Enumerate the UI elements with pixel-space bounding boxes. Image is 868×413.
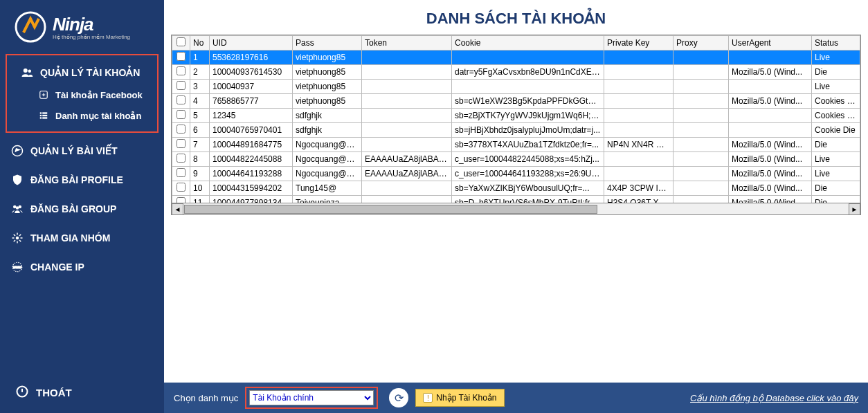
nav-fb-accounts[interactable]: Tài khoản Facebook	[10, 84, 154, 105]
cell-pass: Tung145@	[293, 181, 362, 196]
cell-proxy	[673, 196, 729, 204]
row-checkbox[interactable]	[172, 152, 190, 167]
table-row[interactable]: 7100044891684775Ngocquang@9199sb=3778XT4…	[172, 138, 860, 152]
row-checkbox[interactable]	[172, 65, 190, 80]
accounts-table: No UID Pass Token Cookie Private Key Pro…	[172, 35, 860, 203]
row-checkbox[interactable]	[172, 196, 190, 204]
cell-proxy	[673, 181, 729, 196]
row-checkbox[interactable]	[172, 167, 190, 181]
table-row[interactable]: 3100040937vietphuong85Live	[172, 80, 860, 94]
cell-proxy	[673, 65, 729, 80]
cell-pass: vietphuong85	[293, 80, 362, 94]
cell-no: 3	[190, 80, 210, 94]
cell-status: Die	[812, 138, 860, 152]
power-icon	[15, 385, 29, 401]
cell-status: Cookies Die	[812, 109, 860, 123]
nav-categories[interactable]: Danh mục tài khoản	[10, 105, 154, 126]
cell-ua: Mozilla/5.0 (Wind...	[729, 138, 812, 152]
category-select[interactable]: Tài Khoản chính	[249, 390, 374, 405]
cell-pass: sdfghjk	[293, 109, 362, 123]
row-checkbox[interactable]	[172, 109, 190, 123]
cell-token: EAAAAUaZA8jlABAEzt...	[362, 167, 452, 181]
cell-status: Cookie Die	[812, 123, 860, 138]
table-row[interactable]: 10100044315994202Tung145@sb=YaXwXZIKBjY6…	[172, 181, 860, 196]
horizontal-scrollbar[interactable]: ◄ ►	[171, 203, 861, 215]
cell-pkey: NP4N XN4R CY...	[604, 138, 673, 152]
cell-cookie: c_user=100044641193288;xs=26:9Ue...	[452, 167, 604, 181]
nav-exit[interactable]: THOÁT	[0, 372, 164, 413]
config-db-link[interactable]: Cấu hình đồng bộ Database click vào đây	[690, 393, 858, 403]
cell-no: 9	[190, 167, 210, 181]
table-row[interactable]: 11100044977898134Toiyeuninzasb=D_b6XTUpr…	[172, 196, 860, 204]
header-proxy[interactable]: Proxy	[673, 36, 729, 51]
plus-icon	[37, 89, 50, 101]
header-ua[interactable]: UserAgent	[729, 36, 812, 51]
list-icon	[37, 109, 50, 122]
nav-accounts[interactable]: QUẢN LÝ TÀI KHOẢN	[10, 61, 154, 84]
nav-group[interactable]: ĐĂNG BÀI GROUP	[0, 197, 164, 221]
cell-pkey	[604, 51, 673, 65]
cell-ua	[729, 123, 812, 138]
cell-pass: Toiyeuninza	[293, 196, 362, 204]
import-accounts-button[interactable]: ! Nhập Tài Khoản	[415, 389, 504, 407]
svg-text:www: www	[12, 265, 22, 269]
table-row[interactable]: 6100040765970401sdfghjksb=jHBjXbhdz0jsal…	[172, 123, 860, 138]
cell-cookie: sb=3778XT4XAUuZba1TZfdktz0e;fr=...	[452, 138, 604, 152]
cell-cookie: sb=D_b6XTUprVS6sMhRX-9TuRtI;fr=...	[452, 196, 604, 204]
nav-changeip[interactable]: www CHANGE IP	[0, 255, 164, 279]
logo-name: Ninja	[53, 14, 130, 35]
row-checkbox[interactable]	[172, 138, 190, 152]
table-row[interactable]: 9100044641193288Ngocquang@9199EAAAAUaZA8…	[172, 167, 860, 181]
cell-cookie: c_user=100044822445088;xs=45:hZj...	[452, 152, 604, 167]
cell-status: Live	[812, 51, 860, 65]
cell-status: Die	[812, 181, 860, 196]
cell-proxy	[673, 109, 729, 123]
header-uid[interactable]: UID	[210, 36, 293, 51]
cell-no: 10	[190, 181, 210, 196]
header-pass[interactable]: Pass	[293, 36, 362, 51]
row-checkbox[interactable]	[172, 123, 190, 138]
header-token[interactable]: Token	[362, 36, 452, 51]
scroll-left-arrow[interactable]: ◄	[172, 203, 183, 215]
cell-proxy	[673, 94, 729, 109]
logo-tagline: Hệ thống phần mềm Marketing	[53, 34, 130, 40]
header-no[interactable]: No	[190, 36, 210, 51]
header-cookie[interactable]: Cookie	[452, 36, 604, 51]
cell-token: EAAAAUaZA8jlABAK0J...	[362, 152, 452, 167]
header-status[interactable]: Status	[812, 36, 860, 51]
sidebar: Ninja Hệ thống phần mềm Marketing QUẢN L…	[0, 0, 164, 413]
header-pkey[interactable]: Private Key	[604, 36, 673, 51]
logo-icon	[14, 10, 47, 44]
svg-point-14	[16, 237, 19, 240]
accounts-table-wrap[interactable]: No UID Pass Token Cookie Private Key Pro…	[171, 35, 861, 203]
table-row[interactable]: 512345sdfghjksb=zBjXTK7yYgWVJ9kUjgm1Wq6H…	[172, 109, 860, 123]
group-icon	[11, 203, 24, 215]
cell-pkey	[604, 152, 673, 167]
row-checkbox[interactable]	[172, 181, 190, 196]
cell-proxy	[673, 51, 729, 65]
nav-posts-label: QUẢN LÝ BÀI VIẾT	[30, 145, 118, 156]
scroll-right-arrow[interactable]: ►	[849, 203, 860, 215]
nav-profile-label: ĐĂNG BÀI PROFILE	[30, 174, 123, 185]
table-row[interactable]: 1553628197616vietphuong85Live	[172, 51, 860, 65]
refresh-button[interactable]: ⟳	[389, 388, 408, 407]
nav-join[interactable]: THAM GIA NHÓM	[0, 226, 164, 250]
cell-ua	[729, 51, 812, 65]
nav-group-label: ĐĂNG BÀI GROUP	[30, 203, 116, 214]
cell-no: 4	[190, 94, 210, 109]
header-checkbox[interactable]	[172, 36, 190, 51]
table-row[interactable]: 47658865777vietphuong85sb=cW1eXW23Bg5Kpd…	[172, 94, 860, 109]
table-row[interactable]: 8100044822445088Ngocquang@9199EAAAAUaZA8…	[172, 152, 860, 167]
cell-cookie: sb=jHBjXbhdz0jsalyplujJmoUm;datr=j...	[452, 123, 604, 138]
row-checkbox[interactable]	[172, 80, 190, 94]
row-checkbox[interactable]	[172, 94, 190, 109]
cell-no: 6	[190, 123, 210, 138]
nav-profile[interactable]: ĐĂNG BÀI PROFILE	[0, 168, 164, 192]
table-row[interactable]: 2100040937614530vietphuong85datr=y5FgXaC…	[172, 65, 860, 80]
cell-ua: Mozilla/5.0 (Wind...	[729, 65, 812, 80]
cell-ua: Mozilla/5.0 (Wind...	[729, 167, 812, 181]
row-checkbox[interactable]	[172, 51, 190, 65]
cell-token	[362, 94, 452, 109]
nav-posts[interactable]: QUẢN LÝ BÀI VIẾT	[0, 139, 164, 163]
scroll-thumb[interactable]	[184, 205, 597, 214]
